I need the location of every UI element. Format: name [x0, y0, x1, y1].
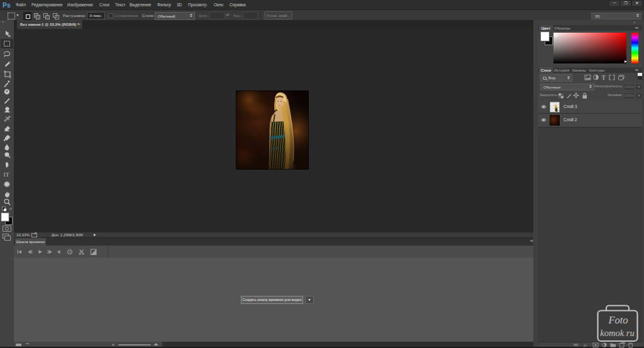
svg-text:Foto: Foto [608, 314, 628, 326]
svg-text:komok.ru: komok.ru [600, 328, 634, 338]
svg-text:T: T [6, 171, 9, 178]
